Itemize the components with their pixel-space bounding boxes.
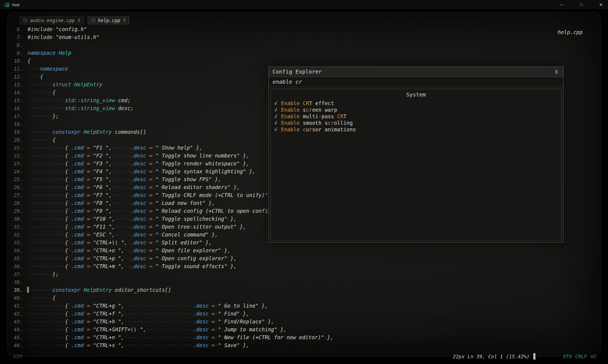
code-text: {	[28, 57, 31, 65]
code-line[interactable]: 6.#include·"config.h"	[7, 25, 601, 33]
line-number: 28.	[7, 199, 28, 207]
code-line[interactable]: 34.············{·.cmd·=·"CTRL+o·",··.des…	[7, 247, 601, 254]
code-text: ············{·.cmd·=·"F9·",······.desc·=…	[28, 207, 287, 215]
tab-label: audio-engine.cpp	[30, 18, 75, 23]
line-number: 31.	[7, 223, 28, 231]
tab-audio-engine.cpp[interactable]: +audio-engine.cppX	[20, 17, 83, 24]
config-item[interactable]: √Enable cursor animations	[273, 126, 559, 133]
line-number: 25.	[7, 175, 28, 183]
config-item-label: Enable smooth scrolling	[281, 120, 353, 126]
code-text: ········{	[28, 136, 56, 144]
code-text: ············{·.cmd·=·"CTRL+f·",·········…	[28, 310, 249, 318]
line-number: 11.	[7, 65, 28, 73]
checkbox-checked-icon[interactable]: √	[273, 107, 278, 113]
status-flags: STXCRLFWS	[563, 354, 597, 359]
line-number: 33.	[7, 239, 28, 247]
line-number: 41.	[7, 302, 28, 310]
code-line[interactable]: 43.············{·.cmd·=·"CTRL+h·",······…	[7, 318, 601, 326]
code-line[interactable]: 39.········constexpr·HelpEntry·editor_sh…	[7, 286, 601, 294]
config-item[interactable]: √Enable CRT effect	[273, 100, 559, 107]
line-number: 6.	[7, 25, 28, 33]
line-number: 13.	[7, 81, 28, 89]
checkbox-checked-icon[interactable]: √	[273, 113, 278, 120]
code-text: ········constexpr·HelpEntry·commands[]	[28, 128, 146, 136]
line-number: 22.	[7, 152, 28, 160]
code-line[interactable]: 7.#include·"enum-utils.h"	[7, 33, 601, 41]
config-item[interactable]: √Enable smooth scrolling	[273, 120, 559, 126]
line-number: 20.	[7, 136, 28, 144]
config-explorer-close-button[interactable]: X	[553, 67, 559, 77]
code-line[interactable]: 42.············{·.cmd·=·"CTRL+f·",······…	[7, 310, 601, 318]
code-line[interactable]: 41.············{·.cmd·=·"CTRL+g·",······…	[7, 302, 601, 310]
line-number: 15.	[7, 96, 28, 104]
code-line[interactable]: 38.	[7, 278, 601, 286]
active-file-indicator: help.cpp	[558, 29, 583, 35]
code-line[interactable]: 45.············{·.cmd·=·"CTRL+n·",······…	[7, 333, 601, 341]
line-number: 42.	[7, 310, 28, 318]
line-number: 21.	[7, 144, 28, 152]
config-item[interactable]: √Enable screen warp	[273, 107, 559, 113]
tab-close-button[interactable]: X	[78, 18, 80, 23]
line-number: 19.	[7, 128, 28, 136]
config-explorer-body: System √Enable CRT effect√Enable screen …	[271, 89, 561, 240]
checkbox-checked-icon[interactable]: √	[273, 126, 278, 133]
line-number: 30.	[7, 215, 28, 223]
status-flag-stx: STX	[563, 354, 572, 359]
line-number: 44.	[7, 326, 28, 333]
code-text: ····namespace	[28, 65, 68, 73]
line-number: 29.	[7, 207, 28, 215]
config-item[interactable]: √Enable multi-pass CRT	[273, 113, 559, 120]
close-button[interactable]: ✕	[598, 2, 604, 7]
line-number: 12.	[7, 73, 28, 81]
lock-icon	[533, 354, 535, 359]
status-bar: VIM 22px Ln 39, Col 1 (15.42%) STXCRLFWS	[13, 352, 597, 361]
window-titlebar: fred – □ ✕	[0, 0, 608, 9]
config-search-input[interactable]: enable cr	[269, 77, 563, 87]
code-line[interactable]: 40.········{	[7, 294, 601, 302]
code-line[interactable]: 8.	[7, 41, 601, 49]
checkbox-checked-icon[interactable]: √	[273, 100, 278, 107]
status-flag-ws: WS	[591, 354, 597, 359]
line-number: 8.	[7, 41, 28, 49]
code-text: ············{·.cmd·=·"F2·",······.desc·=…	[28, 152, 249, 160]
cpp-file-icon: +	[91, 18, 95, 23]
line-number: 37.	[7, 270, 28, 278]
config-explorer-dialog: Config Explorer X enable cr System √Enab…	[268, 66, 564, 242]
line-number: 40.	[7, 294, 28, 302]
code-line[interactable]: 35.············{·.cmd·=·"CTRL+p·",··.des…	[7, 254, 601, 262]
line-number: 32.	[7, 231, 28, 239]
tab-close-button[interactable]: X	[123, 18, 126, 23]
cursor-position-indicator: 22px Ln 39, Col 1 (15.42%)	[453, 354, 530, 359]
maximize-button[interactable]: □	[579, 2, 584, 7]
code-text: ············{·.cmd·=·"F10·",·····.desc·=…	[28, 215, 237, 223]
code-text: ········constexpr·HelpEntry·editor_short…	[28, 286, 171, 294]
code-line[interactable]: 36.············{·.cmd·=·"CTRL+m·",··.des…	[7, 262, 601, 270]
code-line[interactable]: 37.········};	[7, 270, 601, 278]
code-line[interactable]: 46.············{·.cmd·=·"CTRL+s·",······…	[7, 341, 601, 349]
code-line[interactable]: 10.{	[7, 57, 601, 65]
line-number: 23.	[7, 160, 28, 168]
line-number: 35.	[7, 254, 28, 262]
minimize-button[interactable]: –	[559, 2, 564, 7]
code-text: ············{·.cmd·=·"CTRL+p·",··.desc·=…	[28, 254, 237, 262]
code-text: ········};	[28, 270, 59, 278]
config-explorer-title: Config Explorer	[272, 67, 322, 77]
status-right-group: 22px Ln 39, Col 1 (15.42%) STXCRLFWS	[453, 354, 597, 359]
line-number: 26.	[7, 183, 28, 191]
line-number: 17.	[7, 112, 28, 120]
line-number: 9.	[7, 49, 28, 57]
code-text: ············{·.cmd·=·"F3·",······.desc·=…	[28, 160, 249, 168]
code-text: ············{·.cmd·=·"F7·",······.desc·=…	[28, 191, 277, 199]
tab-help.cpp[interactable]: +help.cppX	[88, 17, 129, 24]
cpp-file-icon: +	[23, 18, 28, 23]
checkbox-checked-icon[interactable]: √	[273, 120, 278, 126]
line-number: 16.	[7, 104, 28, 112]
line-number: 36.	[7, 262, 28, 270]
code-line[interactable]: 9.namespace·Help	[7, 49, 601, 57]
line-number: 46.	[7, 341, 28, 349]
code-text: ············{·.cmd·=·"F6·",······.desc·=…	[28, 183, 240, 191]
code-text: ············{·.cmd·=·"F11·",·····.desc·=…	[28, 223, 246, 231]
code-text: ············{·.cmd·=·"CTRL+m·",··.desc·=…	[28, 262, 237, 270]
code-line[interactable]: 44.············{·.cmd·=·"CTRL+SHIFT+\\·"…	[7, 326, 601, 333]
config-section-header: System	[273, 91, 559, 100]
